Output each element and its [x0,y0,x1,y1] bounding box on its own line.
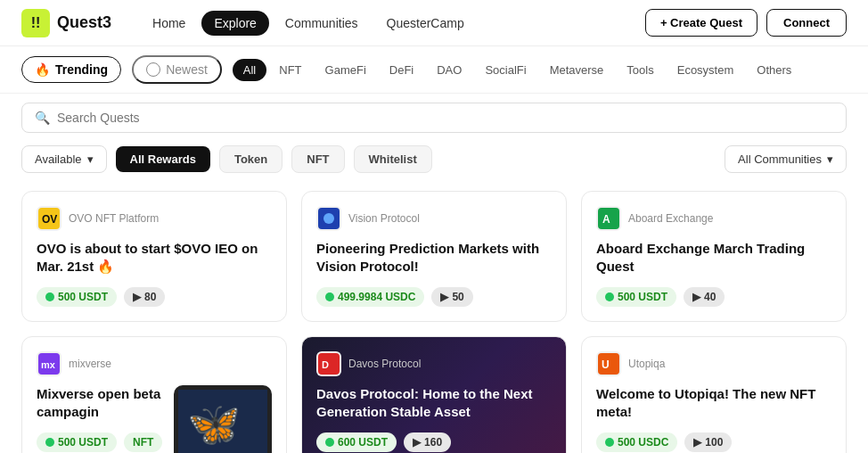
card-header: OV OVO NFT Platform [37,206,272,231]
participants-count: 160 [424,436,442,449]
reward-amount: 500 USDT [58,436,108,449]
reward-dot [45,438,54,447]
cat-others[interactable]: Others [746,59,802,81]
fire-icon: 🔥 [35,62,50,77]
cards-grid: OV OVO NFT Platform OVO is about to star… [0,184,868,453]
participants-badge: ▶ 40 [684,287,725,307]
nft-label: NFT [133,436,153,449]
cat-nft[interactable]: NFT [268,59,312,81]
card-logo: mx [37,351,61,376]
logo-text: Quest3 [57,13,111,32]
reward-dot [325,438,334,447]
quest-card-davos[interactable]: D Davos Protocol Davos Protocol: Home to… [301,336,567,453]
reward-badge: 500 USDT [37,432,117,452]
svg-text:A: A [602,213,610,226]
participants-badge: ▶ 80 [124,287,165,307]
card-badges: 499.9984 USDC ▶ 50 [316,287,552,307]
reward-amount: 499.9984 USDC [338,291,415,303]
participants-count: 50 [452,291,463,303]
play-icon: ▶ [693,436,701,449]
category-tabs: All NFT GameFi DeFi DAO SocialFi Metaver… [233,59,847,81]
search-icon: 🔍 [35,111,50,125]
filter-bar: 🔥 Trending Newest All NFT GameFi DeFi DA… [0,46,868,94]
card-platform: Aboard Exchange [628,212,713,225]
nav-explore[interactable]: Explore [201,11,268,36]
svg-text:🦋: 🦋 [187,399,241,449]
card-title: Aboard Exchange March Trading Quest [596,240,831,275]
participants-badge: ▶ 160 [404,432,451,452]
svg-text:U: U [602,358,610,371]
card-header: A Aboard Exchange [596,206,831,231]
participants-count: 100 [705,436,723,449]
participants-count: 80 [144,291,156,303]
logo[interactable]: !! Quest3 [21,9,111,37]
newest-circle-icon [146,62,160,77]
cat-ecosystem[interactable]: Ecosystem [667,59,745,81]
nav-right: + Create Quest Connect [645,9,847,37]
participants-badge: ▶ 50 [431,287,472,307]
card-title: OVO is about to start $OVO IEO on Mar. 2… [37,240,272,275]
card-title: Mixverse open beta campagin [37,385,165,420]
communities-label: All Communities [738,152,822,166]
card-image: 🦋 MIXVERSE [174,385,272,453]
chevron-down-icon-communities: ▾ [827,152,833,166]
availability-dropdown[interactable]: Available ▾ [21,145,107,173]
token-chip[interactable]: Token [219,145,283,173]
play-icon: ▶ [440,291,448,303]
card-badges: 500 USDT NFT ▶ [37,432,165,453]
card-header: mx mixverse [37,351,272,376]
cat-gamefi[interactable]: GameFi [315,59,377,81]
card-badges: 500 USDT ▶ 80 [37,287,272,307]
card-badges: 500 USDC ▶ 100 [596,432,831,452]
reward-dot [325,292,334,301]
nav-home[interactable]: Home [140,11,198,36]
all-rewards-chip[interactable]: All Rewards [116,146,210,172]
nav-questercamp[interactable]: QuesterCamp [374,11,477,36]
cat-all[interactable]: All [233,59,266,81]
reward-dot [605,438,614,447]
participants-badge: ▶ 100 [684,432,732,452]
cat-socialfi[interactable]: SocialFi [474,59,536,81]
connect-button[interactable]: Connect [766,9,847,37]
quest-card-ovo[interactable]: OV OVO NFT Platform OVO is about to star… [21,191,287,322]
card-logo: A [596,206,621,231]
quest-card-utopiqa[interactable]: U Utopiqa Welcome to Utopiqa! The new NF… [581,336,847,453]
card-title: Welcome to Utopiqa! The new NFT meta! [596,385,831,420]
nav-communities[interactable]: Communities [273,11,371,36]
quest-card-mixverse[interactable]: mx mixverse Mixverse open beta campagin … [21,336,287,453]
search-box: 🔍 [21,103,847,133]
nft-chip[interactable]: NFT [291,145,344,173]
svg-text:OV: OV [42,213,57,226]
card-content: Mixverse open beta campagin 500 USDT NFT… [37,385,165,453]
card-platform: Utopiqa [628,358,665,370]
card-logo [316,206,341,231]
card-logo: U [596,351,621,376]
newest-tab[interactable]: Newest [132,55,222,84]
cat-defi[interactable]: DeFi [379,59,424,81]
quest-card-vision[interactable]: Vision Protocol Pioneering Prediction Ma… [301,191,567,322]
participants-count: 40 [704,291,716,303]
navbar: !! Quest3 Home Explore Communities Quest… [0,0,868,46]
card-platform: Vision Protocol [348,212,420,225]
trending-label: Trending [55,62,108,77]
play-icon: ▶ [413,436,421,449]
reward-dot [45,292,54,301]
trending-tab[interactable]: 🔥 Trending [21,56,121,83]
reward-badge: 600 USDT [316,432,397,452]
cat-dao[interactable]: DAO [426,59,472,81]
cat-tools[interactable]: Tools [616,59,664,81]
search-input[interactable] [57,111,833,125]
reward-dot [605,292,614,301]
card-logo: OV [37,206,61,231]
whitelist-chip[interactable]: Whitelist [354,145,432,173]
create-quest-button[interactable]: + Create Quest [645,9,757,37]
cat-metaverse[interactable]: Metaverse [539,59,615,81]
svg-text:mx: mx [41,359,56,370]
reward-badge: 499.9984 USDC [316,287,424,307]
quest-card-aboard[interactable]: A Aboard Exchange Aboard Exchange March … [581,191,847,322]
play-icon: ▶ [133,291,141,303]
card-logo: D [316,351,341,376]
card-badges: 600 USDT ▶ 160 [316,432,552,452]
nft-badge: NFT [124,432,162,452]
communities-dropdown[interactable]: All Communities ▾ [725,145,847,173]
